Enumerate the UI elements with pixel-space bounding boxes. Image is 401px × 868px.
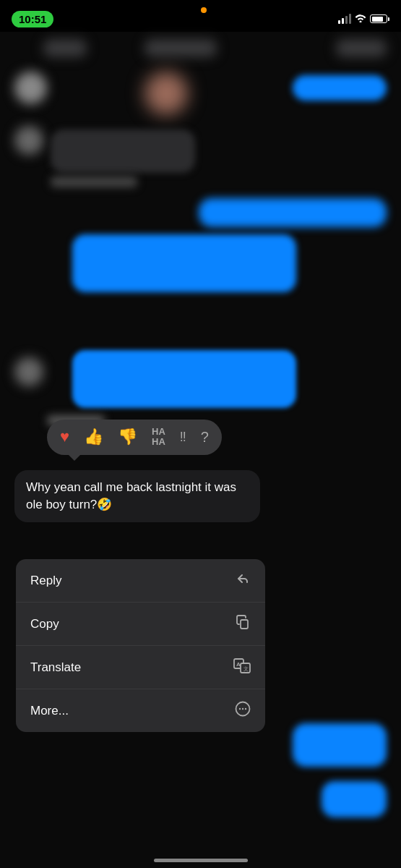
- svg-point-6: [239, 708, 241, 710]
- wifi-icon: [355, 13, 366, 25]
- battery-icon: [370, 14, 389, 23]
- svg-point-8: [245, 708, 246, 710]
- svg-rect-0: [241, 620, 248, 629]
- translate-label: Translate: [30, 660, 81, 675]
- thumbsdown-reaction[interactable]: 👎: [118, 427, 137, 446]
- heart-reaction[interactable]: ♥: [60, 427, 69, 446]
- copy-menu-item[interactable]: Copy: [16, 603, 265, 646]
- status-time: 10:51: [12, 11, 53, 27]
- message-text: Why yean call me back lastnight it was o…: [26, 480, 236, 511]
- reply-menu-item[interactable]: Reply: [16, 559, 265, 603]
- copy-label: Copy: [30, 617, 59, 631]
- question-reaction[interactable]: ?: [201, 429, 209, 446]
- status-icons: [338, 13, 389, 25]
- status-bar: 10:51: [0, 0, 401, 32]
- message-bubble: Why yean call me back lastnight it was o…: [14, 470, 260, 522]
- svg-point-7: [242, 708, 243, 710]
- more-label: More...: [30, 704, 69, 718]
- haha-reaction[interactable]: HAHA: [152, 427, 165, 448]
- svg-text:文: 文: [243, 666, 249, 671]
- copy-icon: [235, 614, 251, 634]
- more-menu-item[interactable]: More...: [16, 689, 265, 732]
- home-indicator: [154, 859, 248, 862]
- context-menu: Reply Copy Translate A 文: [16, 559, 265, 732]
- reply-icon: [235, 571, 251, 590]
- translate-icon: A 文: [233, 658, 251, 677]
- translate-menu-item[interactable]: Translate A 文: [16, 646, 265, 689]
- reaction-bar: ♥ 👍 👎 HAHA ‼ ?: [47, 420, 222, 455]
- thumbsup-reaction[interactable]: 👍: [84, 427, 103, 446]
- exclaim-reaction[interactable]: ‼: [180, 430, 186, 445]
- more-icon: [235, 701, 251, 720]
- reply-label: Reply: [30, 574, 61, 588]
- signal-icon: [338, 14, 351, 24]
